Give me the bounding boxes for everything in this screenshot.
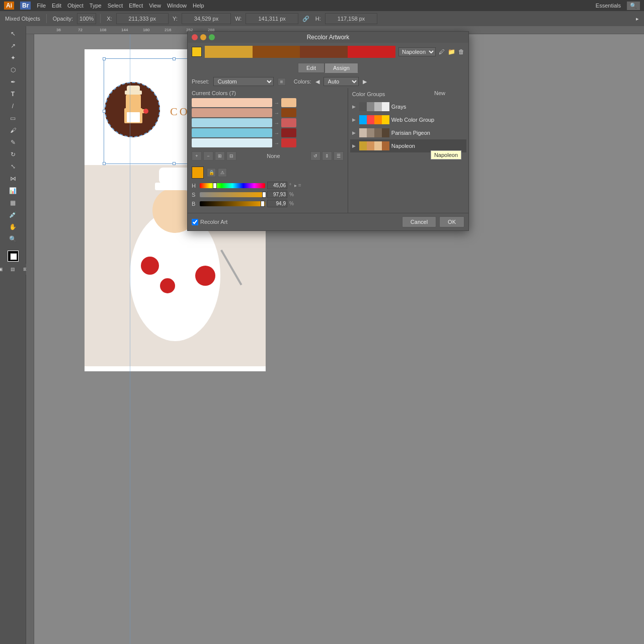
- gradient-btn[interactable]: ▤: [8, 264, 19, 275]
- swatch: [374, 128, 382, 137]
- opacity-value[interactable]: 100%: [77, 13, 96, 24]
- h-slider-track[interactable]: [200, 183, 265, 188]
- color-bar-left-2[interactable]: [192, 108, 272, 117]
- edit-color-icon[interactable]: 🖊: [439, 48, 445, 55]
- cancel-button[interactable]: Cancel: [402, 216, 436, 227]
- b-value-input[interactable]: 94,9: [267, 200, 287, 207]
- color-bar-right-5[interactable]: [281, 138, 296, 147]
- color-btn[interactable]: ▣: [0, 264, 7, 275]
- group-row-napoleon[interactable]: ▶ Napoleon Napoleon: [350, 139, 466, 152]
- selection-tool[interactable]: ↖: [8, 28, 19, 39]
- hand-tool[interactable]: ✋: [8, 221, 19, 232]
- w-value[interactable]: 141,311 px: [246, 13, 298, 24]
- paintbrush-tool[interactable]: 🖌: [8, 125, 19, 136]
- svg-rect-12: [159, 168, 191, 184]
- menu-item-window[interactable]: Window: [167, 3, 187, 9]
- close-button[interactable]: [192, 34, 198, 40]
- search-icon[interactable]: 🔍: [627, 2, 640, 10]
- color-preview-swatch[interactable]: [192, 167, 204, 179]
- color-bar-left-5[interactable]: [192, 138, 272, 147]
- active-color-swatch[interactable]: [192, 47, 202, 57]
- colors-stepper-up[interactable]: ▶: [363, 78, 367, 85]
- direct-selection-tool[interactable]: ↗: [8, 40, 19, 51]
- s-slider-track[interactable]: [200, 192, 265, 197]
- footer-buttons: Cancel OK: [402, 216, 464, 227]
- workspace-selector[interactable]: Essentials: [596, 3, 621, 9]
- rect-tool[interactable]: ▭: [8, 113, 19, 124]
- warning-btn[interactable]: ⚠: [218, 168, 227, 177]
- color-bar-left-1[interactable]: [192, 98, 272, 107]
- color-bar-left-4[interactable]: [192, 128, 272, 137]
- separate-btn[interactable]: ⊟: [226, 151, 236, 160]
- options-btn[interactable]: ☰: [334, 151, 344, 160]
- group-row-grays[interactable]: ▶ Grays: [350, 100, 466, 113]
- tab-edit-button[interactable]: Edit: [298, 63, 325, 73]
- gradient-tool[interactable]: ▦: [8, 197, 19, 208]
- maximize-button[interactable]: [209, 34, 215, 40]
- y-value[interactable]: 34,529 px: [182, 13, 231, 24]
- lasso-tool[interactable]: ⬡: [8, 64, 19, 75]
- s-slider-thumb[interactable]: [262, 192, 266, 198]
- color-group-dropdown[interactable]: Napoleon: [398, 47, 436, 56]
- menu-item-help[interactable]: Help: [193, 3, 204, 9]
- pen-tool[interactable]: ✒: [8, 76, 19, 88]
- menu-item-file[interactable]: File: [37, 3, 46, 9]
- preset-options-btn[interactable]: ≡: [278, 78, 286, 86]
- menu-item-edit[interactable]: Edit: [52, 3, 61, 9]
- color-bar-right-2[interactable]: [281, 108, 296, 117]
- h-value[interactable]: 117,158 px: [325, 13, 377, 24]
- menu-item-effect[interactable]: Effect: [129, 3, 143, 9]
- add-row-btn[interactable]: +: [192, 151, 202, 160]
- menu-item-view[interactable]: View: [149, 3, 161, 9]
- preset-select[interactable]: Custom: [213, 77, 274, 86]
- svg-point-14: [195, 266, 215, 286]
- magic-wand-tool[interactable]: ✦: [8, 52, 19, 63]
- color-bar-right-3[interactable]: [281, 118, 296, 127]
- eyedropper-tool[interactable]: 💉: [8, 209, 19, 220]
- recolor-art-label: Recolor Art: [200, 219, 227, 225]
- fill-color[interactable]: [8, 251, 19, 262]
- menu-bar: Ai Br File Edit Object Type Select Effec…: [0, 0, 644, 11]
- color-bar-left-3[interactable]: [192, 118, 272, 127]
- recolor-artwork-dialog[interactable]: Recolor Artwork Napoleon 🖊 📁 🗑: [187, 31, 469, 231]
- b-slider-thumb[interactable]: [261, 201, 265, 207]
- type-tool[interactable]: T: [8, 89, 19, 100]
- delete-row-btn[interactable]: −: [203, 151, 213, 160]
- line-tool[interactable]: /: [8, 101, 19, 112]
- h-value-input[interactable]: 45,06: [267, 182, 287, 189]
- group-row-parisian[interactable]: ▶ Parisian Pigeon: [350, 126, 466, 139]
- color-bar-right-4[interactable]: [281, 128, 296, 137]
- color-row: →: [192, 128, 344, 137]
- blend-tool[interactable]: ⋈: [8, 173, 19, 184]
- recolor-art-checkbox[interactable]: [192, 219, 198, 225]
- b-slider-track[interactable]: [200, 201, 265, 206]
- ok-button[interactable]: OK: [439, 216, 464, 227]
- color-bar-right-1[interactable]: [281, 98, 296, 107]
- swatch: [374, 102, 382, 111]
- x-value[interactable]: 211,333 px: [116, 13, 169, 24]
- pencil-tool[interactable]: ✎: [8, 137, 19, 148]
- new-group-icon[interactable]: 📁: [448, 48, 455, 55]
- menu-item-select[interactable]: Select: [108, 3, 123, 9]
- zoom-tool[interactable]: 🔍: [8, 233, 19, 245]
- scale-tool[interactable]: ⤡: [8, 161, 19, 172]
- s-value-input[interactable]: 97,93: [267, 191, 287, 198]
- rotate-tool[interactable]: ↻: [8, 149, 19, 160]
- h-slider-thumb[interactable]: [213, 183, 217, 189]
- main-area: ↖ ↗ ✦ ⬡ ✒ T / ▭ 🖌 ✎ ↻ ⤡ ⋈ 📊 ▦ 💉 ✋ 🔍 ▣ ▤ …: [0, 26, 644, 644]
- sort-btn[interactable]: ⇕: [322, 151, 332, 160]
- menu-item-type[interactable]: Type: [90, 3, 102, 9]
- colors-select[interactable]: Auto: [324, 77, 359, 86]
- lock-color-btn[interactable]: 🔒: [207, 168, 216, 177]
- randomize-btn[interactable]: ↺: [310, 151, 320, 160]
- graph-tool[interactable]: 📊: [8, 185, 19, 196]
- tab-assign-button[interactable]: Assign: [325, 63, 358, 73]
- delete-group-icon[interactable]: 🗑: [458, 48, 464, 55]
- expand-icon[interactable]: ▸: [634, 13, 641, 24]
- menu-item-object[interactable]: Object: [67, 3, 84, 9]
- minimize-button[interactable]: [200, 34, 206, 40]
- color-strip: [205, 46, 395, 58]
- merge-btn[interactable]: ⊞: [215, 151, 225, 160]
- group-row-web[interactable]: ▶ Web Color Group: [350, 113, 466, 126]
- colors-stepper-down[interactable]: ◀: [315, 78, 319, 85]
